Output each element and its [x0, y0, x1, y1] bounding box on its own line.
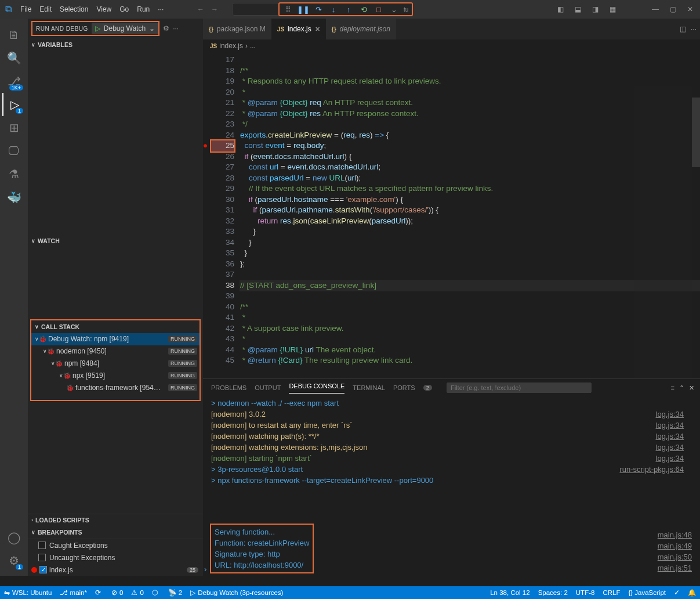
callstack-row[interactable]: ∨ 🐞npx [9519]RUNNING	[31, 370, 200, 382]
activity-bar: 🗎🔍⎇1K+▷1⊞🖵⚗🐳 ◯⚙1	[0, 19, 28, 576]
drag-handle-icon[interactable]: ⠿	[283, 4, 293, 15]
layout-custom-icon[interactable]: ▦	[606, 5, 619, 13]
restart-icon[interactable]: ⟲	[358, 4, 369, 15]
close-icon[interactable]: ✕	[684, 5, 697, 13]
menu-view[interactable]: View	[92, 0, 115, 19]
maximize-icon[interactable]: ▢	[666, 5, 679, 13]
callstack-row[interactable]: ∨ 🐞Debug Watch: npm [9419]RUNNING	[31, 333, 200, 345]
loaded-scripts-header[interactable]: ›LOADED SCRIPTS	[28, 514, 203, 526]
panel-tab-ports[interactable]: PORTS	[393, 384, 415, 391]
docker-icon[interactable]: 🐳	[2, 186, 26, 209]
watch-header[interactable]: ∨WATCH	[28, 234, 203, 247]
status-item[interactable]: ⚠0	[127, 589, 147, 597]
pause-icon[interactable]: ❚❚	[298, 4, 309, 15]
close-panel-icon[interactable]: ✕	[689, 384, 694, 392]
more-icon[interactable]: ···	[173, 24, 179, 33]
scm-icon[interactable]: ⎇1K+	[2, 70, 26, 93]
gear-icon[interactable]: ⚙1	[2, 549, 26, 572]
layout-side-icon[interactable]: ◨	[589, 5, 601, 13]
console-filter[interactable]	[447, 383, 592, 393]
status-item[interactable]: ⎇ main*	[56, 589, 91, 597]
minimize-icon[interactable]: —	[649, 5, 662, 13]
more-icon[interactable]: ···	[691, 25, 697, 33]
debug-console[interactable]: > nodemon --watch ./ --exec npm start [n…	[203, 396, 700, 576]
chevron-down-icon[interactable]: ⌄	[389, 4, 399, 15]
status-item[interactable]: ⟳	[91, 589, 107, 597]
breakpoints-header[interactable]: ∨BREAKPOINTS	[28, 526, 203, 539]
panel-tab-problems[interactable]: PROBLEMS	[211, 384, 246, 391]
status-item[interactable]: Ln 38, Col 12	[486, 589, 534, 597]
breakpoint-file[interactable]: ✓index.js25	[28, 564, 203, 576]
status-item[interactable]: ▷Debug Watch (3p-resources)	[186, 589, 287, 597]
code-editor[interactable]: ● 17181920212223242526272829303132333435…	[203, 52, 700, 378]
status-item[interactable]: ⊘0	[107, 589, 127, 597]
serving-line: URL: http://localhost:9000/	[215, 560, 309, 571]
debug-toolbar: ⠿ ❚❚ ↷ ↓ ↑ ⟲ □ ⌄ tu	[278, 2, 413, 16]
stop-icon[interactable]: □	[373, 4, 384, 15]
console-source-link[interactable]: main.js:50	[658, 551, 692, 562]
console-line: [nodemon] watching path(s): **/*log.js:3…	[211, 431, 692, 442]
collapse-icon[interactable]: ⌃	[679, 384, 684, 392]
breadcrumb[interactable]: JS index.js › ...	[203, 39, 700, 52]
menu-go[interactable]: Go	[115, 0, 133, 19]
extensions-icon[interactable]: ⊞	[2, 116, 26, 139]
status-item[interactable]: ✓	[670, 589, 684, 597]
vertical-scrollbar[interactable]	[692, 86, 700, 378]
status-item[interactable]: UTF-8	[572, 589, 599, 597]
debug-icon[interactable]: ▷1	[2, 93, 26, 116]
editor-tab[interactable]: JSindex.js✕	[271, 19, 326, 39]
menu-run[interactable]: Run	[133, 0, 154, 19]
menu-···[interactable]: ···	[154, 0, 168, 19]
wrap-icon[interactable]: ≡	[671, 384, 674, 392]
status-item[interactable]: {} JavaScript	[624, 589, 670, 597]
status-item[interactable]: 🔔	[684, 589, 700, 597]
console-source-link[interactable]: main.js:48	[658, 529, 692, 540]
panel-tab-debug-console[interactable]: DEBUG CONSOLE	[289, 383, 344, 394]
test-icon[interactable]: ⚗	[2, 163, 26, 186]
callstack-row[interactable]: ∨ 🐞nodemon [9450]RUNNING	[31, 345, 200, 358]
panel-tab-output[interactable]: OUTPUT	[255, 384, 281, 391]
watch-panel	[28, 247, 203, 319]
serving-line: Serving function...	[215, 526, 309, 537]
variables-panel	[28, 50, 203, 234]
search-icon[interactable]: 🔍	[2, 46, 26, 70]
close-tab-icon[interactable]: ✕	[315, 26, 320, 33]
console-filter-input[interactable]	[447, 383, 592, 393]
editor-tab[interactable]: {}deployment.json	[326, 19, 396, 39]
vscode-icon: ⧉	[0, 4, 16, 15]
menu-selection[interactable]: Selection	[56, 0, 92, 19]
status-item[interactable]: ⬡	[148, 589, 164, 597]
status-item[interactable]: CRLF	[599, 589, 624, 597]
variables-header[interactable]: ∨VARIABLES	[28, 38, 203, 50]
remote-explorer-icon[interactable]: 🖵	[2, 139, 26, 163]
debug-config-name: Debug Watch	[104, 24, 146, 33]
nav-back-icon[interactable]: ←	[197, 5, 204, 13]
callstack-row[interactable]: ∨ 🐞npm [9484]RUNNING	[31, 358, 200, 370]
console-source-link[interactable]: main.js:49	[658, 540, 692, 551]
minimap[interactable]	[634, 86, 692, 378]
step-out-icon[interactable]: ↑	[343, 4, 354, 15]
breakpoint-exception[interactable]: Caught Exceptions	[28, 539, 203, 551]
step-over-icon[interactable]: ↷	[313, 4, 324, 15]
editor-tab[interactable]: {}package.json M	[203, 19, 271, 39]
serving-output: Serving function...Function: createLinkP…	[210, 524, 314, 573]
avatar-icon[interactable]: ◯	[2, 526, 26, 549]
debug-config-dropdown[interactable]: ▷ Debug Watch ⌄	[92, 23, 158, 34]
callstack-header[interactable]: ∨CALL STACK	[31, 320, 200, 333]
console-source-link[interactable]: main.js:51	[658, 562, 692, 573]
panel-tab-terminal[interactable]: TERMINAL	[353, 384, 385, 391]
step-into-icon[interactable]: ↓	[328, 4, 339, 15]
menu-edit[interactable]: Edit	[35, 0, 56, 19]
split-editor-icon[interactable]: ◫	[680, 25, 686, 33]
files-icon[interactable]: 🗎	[2, 23, 26, 46]
breakpoint-exception[interactable]: Uncaught Exceptions	[28, 551, 203, 564]
nav-fwd-icon[interactable]: →	[211, 5, 218, 13]
gear-icon[interactable]: ⚙	[163, 24, 169, 33]
status-item[interactable]: 📡2	[164, 589, 186, 597]
callstack-row[interactable]: 🐞functions-framework [954…RUNNING	[31, 382, 200, 394]
layout-toggle-icon[interactable]: ◧	[554, 5, 567, 13]
menu-file[interactable]: File	[16, 0, 35, 19]
status-item[interactable]: ⇋WSL: Ubuntu	[0, 589, 56, 597]
layout-panel-icon[interactable]: ⬓	[571, 5, 584, 13]
status-item[interactable]: Spaces: 2	[534, 589, 572, 597]
